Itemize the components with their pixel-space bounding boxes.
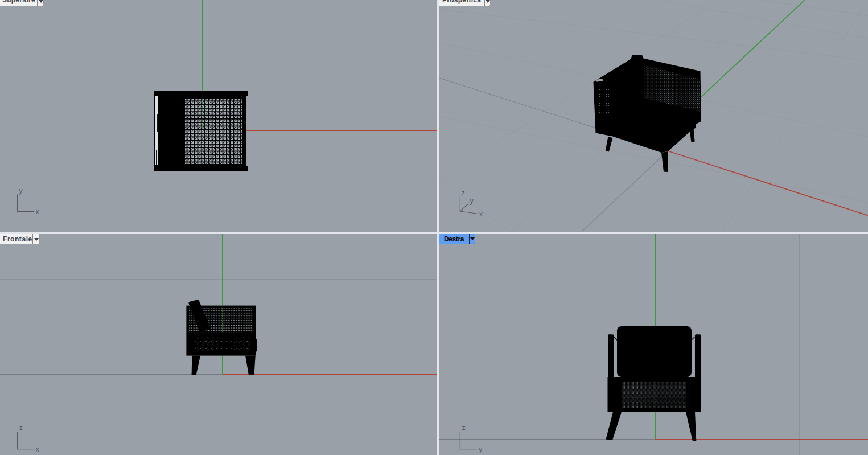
svg-text:y: y xyxy=(479,445,483,453)
svg-text:z: z xyxy=(462,189,465,197)
svg-text:y: y xyxy=(470,197,474,205)
svg-text:x: x xyxy=(36,208,40,216)
svg-text:z: z xyxy=(462,424,465,432)
svg-text:x: x xyxy=(479,210,483,218)
svg-text:y: y xyxy=(19,187,23,195)
svg-text:x: x xyxy=(36,445,40,453)
svg-text:z: z xyxy=(19,424,23,432)
